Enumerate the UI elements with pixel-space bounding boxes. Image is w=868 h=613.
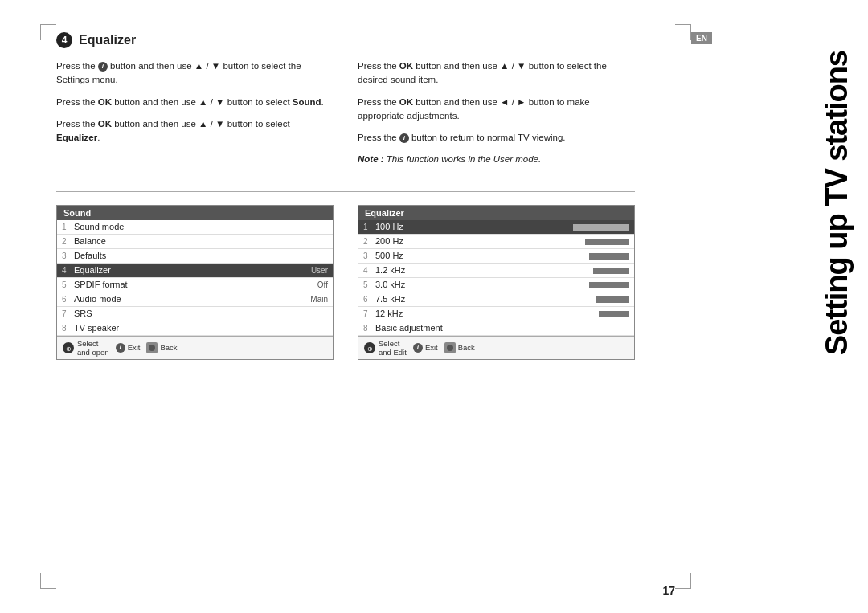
eq-item-5: 5 3.0 kHz [358,278,634,292]
equalizer-menu-footer: ⊕ Select and Edit i Exit Back [358,336,634,359]
svg-point-2 [149,345,155,351]
eq-item-2: 2 200 Hz [358,235,634,249]
sound-item-8: 8 TV speaker [57,321,333,336]
text-columns: Press the i button and then use ▲ / ▼ bu… [56,59,635,175]
sidebar-title: Setting up TV stations [821,51,852,355]
corner-mark-tr-h [675,24,691,25]
section-title: Equalizer [79,33,136,47]
eq-item-7: 7 12 kHz [358,307,634,321]
footer-back-label: Back [160,343,177,352]
back-icon [146,342,158,353]
text-col-left: Press the i button and then use ▲ / ▼ bu… [56,59,334,175]
ui-row: Sound 1 Sound mode 2 Balance 3 Defaults … [56,205,635,360]
sound-item-3: 3 Defaults [57,249,333,264]
footer-exit: i Exit [116,343,141,353]
sound-item-2: 2 Balance [57,235,333,249]
left-p1: Press the i button and then use ▲ / ▼ bu… [56,59,334,88]
right-note: Note : This function works in the User m… [358,153,635,166]
corner-mark-tl-h [40,24,56,25]
eq-item-3: 3 500 Hz [358,249,634,264]
footer-exit-label: Exit [128,343,141,352]
sound-item-1: 1 Sound mode [57,220,333,235]
equalizer-menu: Equalizer 1 100 Hz 2 200 Hz 3 500 Hz [358,205,635,360]
right-p1: Press the OK button and then use ▲ / ▼ b… [358,59,635,88]
eq-footer-select: ⊕ Select and Edit [363,339,407,357]
corner-mark-bl-v [40,573,41,589]
eq-footer-select-sublabel: and Edit [379,348,407,357]
section-number: 4 [56,32,72,48]
svg-point-5 [447,345,453,351]
info-icon-1: i [98,62,108,72]
eq-footer-back-label: Back [458,343,475,352]
section-divider [56,191,635,192]
footer-select-label: Select [77,339,109,348]
eq-item-1: 1 100 Hz [358,220,634,235]
corner-mark-tl-v [40,24,41,40]
eq-footer-exit-label: Exit [425,343,438,352]
sound-item-5: 5 SPDIF format Off [57,278,333,292]
eq-footer-back: Back [444,342,475,353]
corner-mark-bl-h [40,588,56,589]
footer-select-sublabel: and open [77,348,109,357]
left-p2: Press the OK button and then use ▲ / ▼ b… [56,96,334,109]
corner-mark-br-h [675,588,691,589]
info-icon-footer: i [116,343,125,353]
eq-item-8: 8 Basic adjustment [358,321,634,336]
left-p3: Press the OK button and then use ▲ / ▼ b… [56,117,334,145]
page-number: 17 [662,584,675,597]
sound-menu: Sound 1 Sound mode 2 Balance 3 Defaults … [56,205,334,360]
eq-footer-select-label: Select [379,339,407,348]
circle-arrows-icon: ⊕ [62,341,75,354]
eq-item-6: 6 7.5 kHz [358,292,634,307]
sound-item-6: 6 Audio mode Main [57,292,333,307]
footer-select: ⊕ Select and open [62,339,109,357]
eq-circle-arrows-icon: ⊕ [363,341,376,354]
eq-item-4: 4 1.2 kHz [358,264,634,278]
info-icon-2: i [399,133,409,143]
right-p2: Press the OK button and then use ◄ / ► b… [358,96,635,124]
eq-info-icon-footer: i [413,343,423,353]
right-sidebar: EN Setting up TV stations [691,32,852,595]
sound-item-7: 7 SRS [57,307,333,321]
svg-text:⊕: ⊕ [66,345,72,352]
section-header: 4 Equalizer [56,32,635,48]
main-content: 4 Equalizer Press the i button and then … [56,32,635,595]
right-p3: Press the i button to return to normal T… [358,131,635,145]
sound-menu-footer: ⊕ Select and open i Exit Back [57,336,333,359]
svg-text:⊕: ⊕ [367,345,373,352]
equalizer-menu-title: Equalizer [358,206,634,220]
sound-menu-title: Sound [57,206,333,220]
footer-back: Back [146,342,177,353]
eq-back-icon [444,342,456,353]
text-col-right: Press the OK button and then use ▲ / ▼ b… [358,59,635,175]
en-badge: EN [691,32,712,44]
sound-item-4: 4 Equalizer User [57,264,333,278]
eq-footer-exit: i Exit [413,343,438,353]
